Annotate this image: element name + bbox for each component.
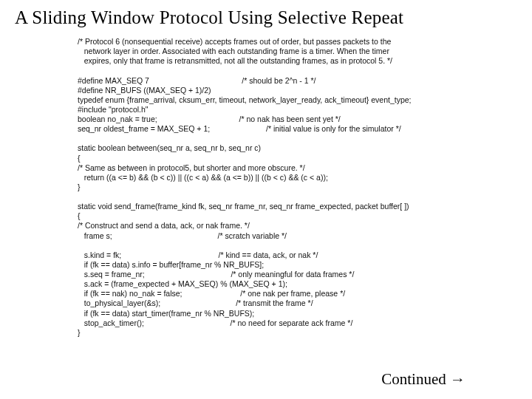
code-line: {	[78, 211, 81, 220]
code-line: /* Construct and send a data, ack, or na…	[78, 221, 250, 230]
code-line: s.kind = fk; /* kind == data, ack, or na…	[78, 250, 318, 259]
code-line: expires, only that frame is retransmitte…	[78, 56, 392, 65]
code-line: #define MAX_SEQ 7 /* should be 2^n - 1 *…	[78, 76, 316, 85]
page-title: A Sliding Window Protocol Using Selectiv…	[15, 7, 517, 28]
code-line: static boolean between(seq_nr a, seq_nr …	[78, 143, 261, 152]
code-line: #define NR_BUFS ((MAX_SEQ + 1)/2)	[78, 86, 211, 95]
code-line: if (fk == data) start_timer(frame_nr % N…	[78, 309, 254, 318]
code-line: s.seq = frame_nr; /* only meaningful for…	[78, 270, 354, 279]
code-line: stop_ack_timer(); /* no need for separat…	[78, 318, 352, 327]
code-line: static void send_frame(frame_kind fk, se…	[78, 202, 409, 211]
code-line: {	[78, 154, 81, 163]
code-line: #include "protocol.h"	[78, 105, 149, 114]
code-line: to_physical_layer(&s); /* transmit the f…	[78, 299, 313, 307]
code-line: if (fk == data) s.info = buffer[frame_nr…	[78, 260, 264, 269]
code-line: network layer in order. Associated with …	[78, 47, 389, 55]
code-line: }	[78, 328, 81, 337]
code-line: if (fk == nak) no_nak = false; /* one na…	[78, 289, 345, 298]
continued-label: Continued →	[381, 370, 466, 389]
code-listing: /* Protocol 6 (nonsequential receive) ac…	[78, 37, 517, 338]
code-line: boolean no_nak = true; /* no nak has bee…	[78, 115, 341, 123]
code-line: typedef enum {frame_arrival, cksum_err, …	[78, 95, 412, 104]
code-line: seq_nr oldest_frame = MAX_SEQ + 1; /* in…	[78, 124, 401, 133]
code-line: /* Same as between in protocol5, but sho…	[78, 163, 305, 172]
code-line: }	[78, 183, 81, 191]
code-line: /* Protocol 6 (nonsequential receive) ac…	[78, 37, 391, 46]
code-line: return ((a <= b) && (b < c)) || ((c < a)…	[78, 173, 328, 182]
slide: A Sliding Window Protocol Using Selectiv…	[0, 0, 532, 399]
code-line: frame s; /* scratch variable */	[78, 231, 287, 240]
code-line: s.ack = (frame_expected + MAX_SEQ) % (MA…	[78, 279, 287, 288]
